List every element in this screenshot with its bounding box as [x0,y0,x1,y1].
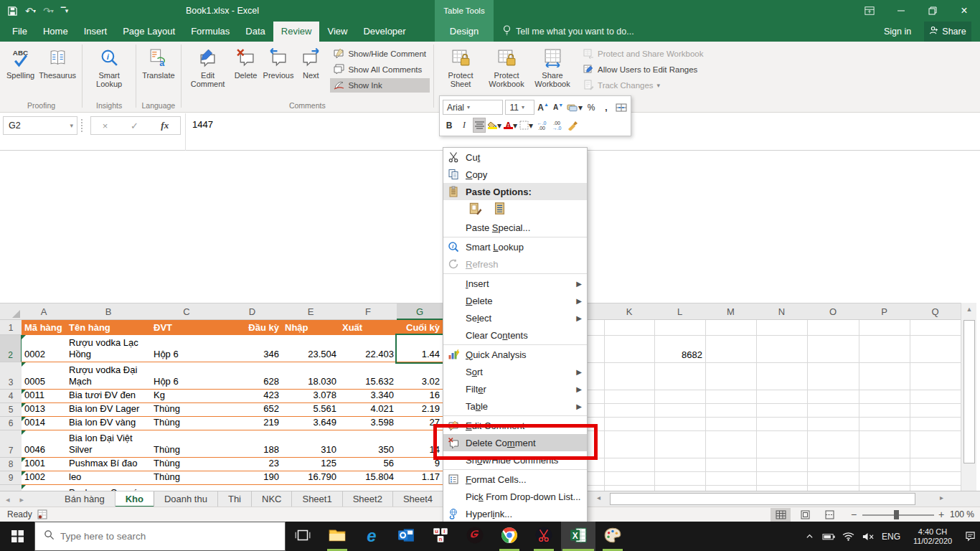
cell-F8[interactable]: 56 [339,458,397,471]
hidden-icons-chevron[interactable] [800,522,819,551]
taskbar-app-snipping-tool[interactable] [527,522,561,551]
hscroll-right-icon[interactable]: ▸ [940,494,943,501]
font-name-select[interactable]: Arial▾ [443,100,503,115]
menu-item-format-cells[interactable]: Format Cells... [443,471,587,488]
confirm-entry-icon[interactable]: ✓ [131,121,138,131]
fill-color-icon[interactable]: ▾ [488,118,501,133]
table-header-c[interactable]: ĐVT [151,320,223,335]
decrease-decimal-icon[interactable]: ←.0.00 [535,118,548,133]
table-header-e[interactable]: Nhập [282,320,340,335]
formula-input[interactable]: 1447 [192,116,213,133]
cell-G3[interactable]: 3.02 [397,362,443,390]
sheet-tab-sheet1[interactable]: Sheet1 [292,491,342,507]
bold-icon[interactable]: B [443,118,456,133]
sheet-tab-sheet2[interactable]: Sheet2 [343,491,393,507]
table-header-f[interactable]: Xuất [339,320,397,335]
menu-item-paste-options[interactable]: Paste Options: [443,183,587,200]
cell-A3[interactable]: 0005 [22,362,67,390]
row-header-4[interactable]: 4 [0,390,22,403]
cell-D7[interactable]: 188 [222,430,283,458]
menu-item-cut[interactable]: Cut [443,149,587,166]
zoom-slider-thumb[interactable] [894,510,899,519]
tab-data[interactable]: Data [237,22,273,42]
cell-E6[interactable]: 3.649 [282,417,340,430]
tab-review[interactable]: Review [273,22,320,42]
cell-G7[interactable]: 14 [397,430,443,458]
cell-C6[interactable]: Thùng [151,417,223,430]
increase-font-icon[interactable]: A▲ [537,100,550,115]
tab-developer[interactable]: Developer [355,22,413,42]
ribbon-toggle-allow-users-to-edit-ranges[interactable]: Allow Users to Edit Ranges [580,62,707,77]
menu-item-sort[interactable]: Sort▶ [443,363,587,380]
tab-view[interactable]: View [319,22,355,42]
menu-item-delete-comment[interactable]: Delete Comment [443,434,587,451]
cell-A2[interactable]: 0002 [22,335,67,362]
ribbon-button-protect-sheet[interactable]: Protect Sheet [438,44,484,90]
menu-item-select[interactable]: Select▶ [443,309,587,326]
font-color-icon[interactable]: A▾ [504,118,517,133]
cell-G5[interactable]: 2.19 [397,403,443,417]
cell-E3[interactable]: 18.030 [282,362,340,390]
format-table-icon[interactable] [615,100,628,115]
tab-insert[interactable]: Insert [76,22,116,42]
search-input[interactable] [60,531,254,542]
center-align-icon[interactable] [473,118,486,133]
share-button[interactable]: Share [924,22,971,42]
column-header-C[interactable]: C [151,303,223,320]
ribbon-toggle-show-ink[interactable]: Show Ink [330,78,430,93]
row-header-5[interactable]: 5 [0,403,22,417]
cell-C9[interactable]: Thùng [151,471,223,485]
ribbon-toggle-protect-and-share-workbook[interactable]: Protect and Share Workbook [580,47,707,61]
ribbon-button-thesaurus[interactable]: Thesaurus [37,44,78,81]
cell-B4[interactable]: Bia tươi ĐV đen [66,390,151,403]
menu-item-pick-from-drop-down-list[interactable]: Pick From Drop-down List... [443,488,587,505]
column-header-E[interactable]: E [282,303,340,320]
cell-D3[interactable]: 628 [222,362,283,390]
ribbon-button-translate[interactable]: aTranslate [140,44,176,81]
column-header-B[interactable]: B [66,303,151,320]
customize-quick-access-icon[interactable]: ▔▾ [61,7,67,14]
row-header-9[interactable]: 9 [0,471,22,485]
format-painter-icon[interactable] [565,118,578,133]
name-box[interactable]: G2▾ [3,116,77,135]
redo-icon[interactable]: ↷▾ [43,6,54,17]
macro-record-icon[interactable] [37,509,47,522]
menu-item-hyperlink[interactable]: Hyperlink... [443,505,587,522]
menu-item-quick-analysis[interactable]: Quick Analysis [443,346,587,363]
vertical-scroll-thumb[interactable] [963,320,975,463]
wifi-icon[interactable] [839,522,858,551]
table-header-d[interactable]: Đầu kỳ [222,320,283,335]
page-layout-view-icon[interactable] [795,508,815,522]
cell-G6[interactable]: 27 [397,417,443,430]
taskbar-app-garena[interactable] [458,522,492,551]
cell-C3[interactable]: Hộp 6 [151,362,223,390]
row-header-8[interactable]: 8 [0,458,22,471]
language-indicator[interactable]: ENG [877,522,905,551]
menu-item-edit-comment[interactable]: Edit Comment [443,417,587,434]
cell-F7[interactable]: 350 [339,430,397,458]
decrease-font-icon[interactable]: A▼ [552,100,565,115]
cell-F2[interactable]: 22.403 [339,335,397,362]
taskbar-app-outlook[interactable] [389,522,423,551]
cell-B9[interactable]: Pushmax Chanh leo [66,471,151,485]
cell-E5[interactable]: 5.561 [282,403,340,417]
column-header-Q[interactable]: Q [910,303,961,320]
cell-D4[interactable]: 423 [222,390,283,403]
ribbon-toggle-show-all-comments[interactable]: Show All Comments [330,62,430,77]
ribbon-button-previous[interactable]: Previous [261,44,296,81]
menu-item-delete[interactable]: Delete▶ [443,292,587,309]
cell-C8[interactable]: Thùng [151,458,223,471]
cell-F4[interactable]: 3.340 [339,390,397,403]
ribbon-button-spelling[interactable]: ABCSpelling [4,44,37,81]
zoom-in-icon[interactable]: + [938,507,944,522]
cell-A9[interactable]: 1002 [22,471,67,485]
menu-item-clear-contents[interactable]: Clear Contents [443,326,587,344]
ribbon-button-next[interactable]: Next [296,44,326,81]
font-size-select[interactable]: 11▾ [505,100,534,115]
battery-icon[interactable] [819,522,839,551]
taskbar-app-unikey[interactable]: uin [423,522,458,551]
italic-icon[interactable]: I [458,118,471,133]
column-header-N[interactable]: N [756,303,808,320]
sheet-tab-doanh-thu[interactable]: Doanh thu [154,491,218,507]
tell-me-box[interactable]: Tell me what you want to do... [502,22,634,42]
